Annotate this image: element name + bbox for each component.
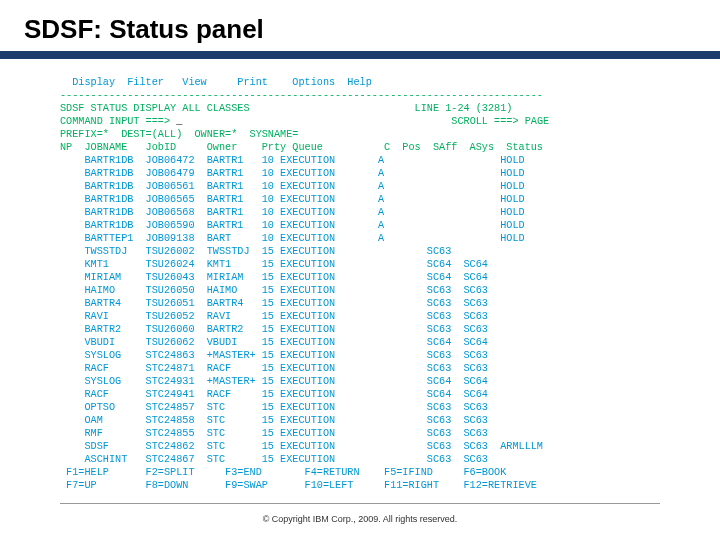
- header-bar: [0, 51, 720, 59]
- status-line: SDSF STATUS DISPLAY ALL CLASSES LINE 1-2…: [60, 103, 512, 114]
- table-row[interactable]: RMF STC24855 STC 15 EXECUTION SC63 SC63: [60, 428, 500, 439]
- table-row[interactable]: BARTR2 TSU26060 BARTR2 15 EXECUTION SC63…: [60, 324, 500, 335]
- table-row[interactable]: BARTR1DB JOB06561 BARTR1 10 EXECUTION A …: [60, 181, 525, 192]
- table-row[interactable]: BARTTEP1 JOB09138 BART 10 EXECUTION A HO…: [60, 233, 525, 244]
- menu-bar[interactable]: Display Filter View Print Options Help: [60, 77, 396, 88]
- footer-divider: [60, 503, 660, 504]
- table-row[interactable]: BARTR1DB JOB06568 BARTR1 10 EXECUTION A …: [60, 207, 525, 218]
- table-row[interactable]: ASCHINT STC24867 STC 15 EXECUTION SC63 S…: [60, 454, 500, 465]
- table-row[interactable]: BARTR1DB JOB06479 BARTR1 10 EXECUTION A …: [60, 168, 525, 179]
- table-row[interactable]: BARTR1DB JOB06590 BARTR1 10 EXECUTION A …: [60, 220, 525, 231]
- column-headers: NP JOBNAME JobID Owner Prty Queue C Pos …: [60, 142, 543, 153]
- fkeys-row1[interactable]: F1=HELP F2=SPLIT F3=END F4=RETURN F5=IFI…: [60, 467, 506, 478]
- table-row[interactable]: KMT1 TSU26024 KMT1 15 EXECUTION SC64 SC6…: [60, 259, 500, 270]
- table-row[interactable]: SDSF STC24862 STC 15 EXECUTION SC63 SC63…: [60, 441, 543, 452]
- table-row[interactable]: BARTR4 TSU26051 BARTR4 15 EXECUTION SC63…: [60, 298, 500, 309]
- copyright: © Copyright IBM Corp., 2009. All rights …: [0, 514, 720, 524]
- table-row[interactable]: OAM STC24858 STC 15 EXECUTION SC63 SC63: [60, 415, 500, 426]
- filter-line: PREFIX=* DEST=(ALL) OWNER=* SYSNAME=: [60, 129, 298, 140]
- table-row[interactable]: OPTSO STC24857 STC 15 EXECUTION SC63 SC6…: [60, 402, 500, 413]
- slide-title: SDSF: Status panel: [0, 0, 720, 51]
- fkeys-row2[interactable]: F7=UP F8=DOWN F9=SWAP F10=LEFT F11=RIGHT…: [60, 480, 537, 491]
- table-row[interactable]: RACF STC24871 RACF 15 EXECUTION SC63 SC6…: [60, 363, 500, 374]
- table-row[interactable]: BARTR1DB JOB06565 BARTR1 10 EXECUTION A …: [60, 194, 525, 205]
- table-row[interactable]: RAVI TSU26052 RAVI 15 EXECUTION SC63 SC6…: [60, 311, 500, 322]
- command-line[interactable]: COMMAND INPUT ===> _ SCROLL ===> PAGE: [60, 116, 549, 127]
- table-row[interactable]: HAIMO TSU26050 HAIMO 15 EXECUTION SC63 S…: [60, 285, 500, 296]
- table-row[interactable]: RACF STC24941 RACF 15 EXECUTION SC64 SC6…: [60, 389, 500, 400]
- table-row[interactable]: SYSLOG STC24863 +MASTER+ 15 EXECUTION SC…: [60, 350, 500, 361]
- table-row[interactable]: SYSLOG STC24931 +MASTER+ 15 EXECUTION SC…: [60, 376, 500, 387]
- table-row[interactable]: BARTR1DB JOB06472 BARTR1 10 EXECUTION A …: [60, 155, 525, 166]
- table-row[interactable]: TWSSTDJ TSU26002 TWSSTDJ 15 EXECUTION SC…: [60, 246, 500, 257]
- terminal-screen: Display Filter View Print Options Help -…: [0, 63, 720, 492]
- table-row[interactable]: VBUDI TSU26062 VBUDI 15 EXECUTION SC64 S…: [60, 337, 500, 348]
- divider-line: ----------------------------------------…: [60, 90, 543, 101]
- table-row[interactable]: MIRIAM TSU26043 MIRIAM 15 EXECUTION SC64…: [60, 272, 500, 283]
